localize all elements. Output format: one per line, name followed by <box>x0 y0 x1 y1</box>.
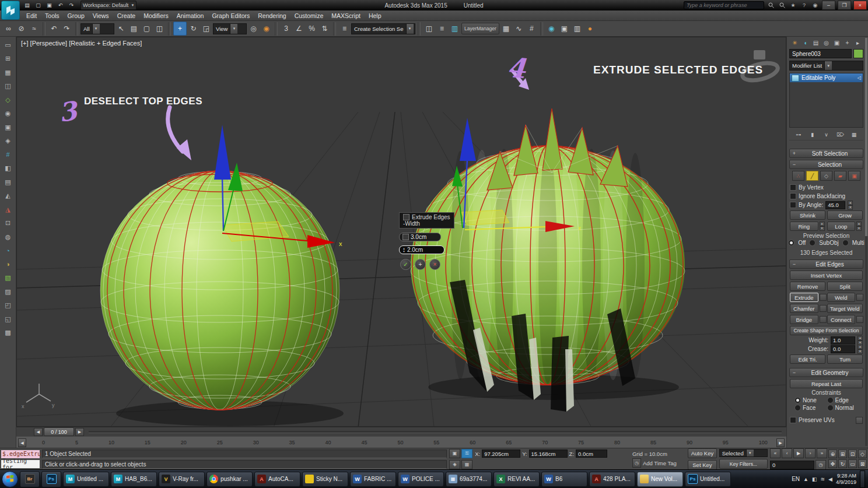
use-pivot-center-icon[interactable]: ◎ <box>247 22 260 35</box>
taskbar-window-button[interactable]: Ps Untitled... <box>685 472 731 487</box>
grow-button[interactable]: Grow <box>827 210 863 220</box>
preview-subobj-radio[interactable] <box>809 240 816 246</box>
spinner-arrows-icon[interactable]: ▲▼ <box>402 247 405 253</box>
left-toolbar-icon[interactable]: ▣ <box>3 122 13 132</box>
connect-settings-icon[interactable] <box>856 316 863 323</box>
border-subobject-icon[interactable]: ◇ <box>820 171 832 181</box>
previous-frame-icon[interactable]: ◀ <box>34 428 43 436</box>
left-toolbar-icon[interactable]: ◱ <box>3 314 13 324</box>
go-to-start-icon[interactable]: « <box>770 448 780 458</box>
explore-icon[interactable] <box>778 2 786 9</box>
absolute-mode-icon[interactable]: ◈ <box>449 460 460 469</box>
menu-customize[interactable]: Customize <box>290 12 328 20</box>
select-by-name-icon[interactable]: ▤ <box>128 22 140 35</box>
percent-snap-icon[interactable]: % <box>306 22 318 35</box>
reference-coordinate-dropdown[interactable]: View ▼ <box>213 23 247 34</box>
stack-item-editable-poly[interactable]: Editable Poly ◁ <box>790 73 863 82</box>
left-toolbar-icon[interactable]: ▨ <box>3 287 13 296</box>
modifier-stack[interactable]: Editable Poly ◁ <box>789 73 863 128</box>
listener-macro-line[interactable]: $.edgeExtru <box>1 450 40 458</box>
perspective-viewport[interactable]: x <box>16 37 786 427</box>
unlink-selection-icon[interactable]: ⊘ <box>15 22 27 35</box>
edge-subobject-icon[interactable]: ╱ <box>806 171 818 181</box>
z-coordinate-field[interactable]: 0.0cm <box>576 450 607 458</box>
play-icon[interactable]: ▶ <box>793 448 804 458</box>
y-coordinate-field[interactable]: 15.168cm <box>529 450 568 458</box>
viewport-label[interactable]: [+] [Perspective] [Realistic + Edged Fac… <box>21 40 142 47</box>
left-toolbar-icon[interactable]: ▩ <box>3 328 13 338</box>
ring-button[interactable]: Ring <box>790 222 818 231</box>
menu-group[interactable]: Group <box>64 12 89 20</box>
graphite-ribbon-icon[interactable]: ▦ <box>500 22 512 35</box>
maximize-viewport-icon[interactable]: ⊠ <box>858 459 867 468</box>
angle-snap-icon[interactable]: ∠ <box>293 22 305 35</box>
spinner-snap-icon[interactable]: ⇅ <box>318 22 331 35</box>
constraint-none-radio[interactable] <box>794 397 801 403</box>
pin-stack-icon[interactable]: ⊶ <box>794 131 803 138</box>
by-angle-checkbox[interactable] <box>790 202 796 208</box>
new-scene-icon[interactable]: ▤ <box>22 1 32 9</box>
select-and-manipulate-icon[interactable]: ◉ <box>260 22 272 35</box>
select-and-rotate-icon[interactable]: ↻ <box>187 22 200 35</box>
tab-motion[interactable]: ◎ <box>822 39 831 47</box>
render-setup-icon[interactable]: ▣ <box>558 22 570 35</box>
menu-graph-editors[interactable]: Graph Editors <box>208 12 254 20</box>
left-toolbar-icon[interactable]: ◧ <box>3 164 13 173</box>
align-icon[interactable]: ≡ <box>436 22 448 35</box>
spinner-arrows-icon[interactable]: ▲▼ <box>848 201 853 210</box>
time-slider-track[interactable] <box>89 431 782 433</box>
named-selection-dropdown[interactable]: Create Selection Se ▼ <box>351 23 415 34</box>
undo-icon[interactable]: ↶ <box>48 22 60 35</box>
current-frame-field[interactable]: 0 <box>770 461 814 469</box>
field-of-view-icon[interactable]: ◇ <box>858 450 867 458</box>
element-subobject-icon[interactable]: ▣ <box>848 171 860 181</box>
left-toolbar-icon[interactable]: ◰ <box>3 301 13 310</box>
preview-off-radio[interactable] <box>788 240 794 246</box>
redo-icon[interactable]: ↷ <box>66 1 76 9</box>
zoom-icon[interactable]: ⊕ <box>828 450 837 458</box>
layer-manager-button[interactable]: LayerManager <box>461 23 499 34</box>
menu-create[interactable]: Create <box>113 12 140 20</box>
repeat-last-button[interactable]: Repeat Last <box>790 379 863 388</box>
weld-button[interactable]: Weld <box>827 293 856 302</box>
bridge-button[interactable]: Bridge <box>790 315 818 324</box>
close-button[interactable]: × <box>853 1 867 10</box>
volume-icon[interactable]: ◀ <box>828 476 832 482</box>
time-configuration-icon[interactable]: ◷ <box>816 460 826 470</box>
extrude-button[interactable]: Extrude <box>790 293 818 302</box>
bridge-settings-icon[interactable] <box>820 316 827 323</box>
tab-hierarchy[interactable]: ▤ <box>811 39 820 47</box>
menu-maxscript[interactable]: MAXScript <box>327 12 365 20</box>
constraint-edge-radio[interactable] <box>827 397 834 403</box>
left-toolbar-icon[interactable]: ◮ <box>3 205 13 214</box>
remove-button[interactable]: Remove <box>790 282 825 291</box>
workspace-dropdown[interactable]: Workspace: Default ▼ <box>80 1 136 10</box>
insert-vertex-button[interactable]: Insert Vertex <box>790 271 863 280</box>
selection-set-keying-dropdown[interactable]: Selected ▼ <box>719 449 768 457</box>
caddy-cancel-button[interactable]: × <box>429 259 440 270</box>
taskbar-window-button[interactable]: W POLICE ... <box>398 472 444 487</box>
auto-key-button[interactable]: Auto Key <box>688 448 717 458</box>
object-name-field[interactable]: Sphere003 <box>789 49 852 58</box>
chamfer-settings-icon[interactable] <box>820 305 827 312</box>
turn-button[interactable]: Turn <box>827 354 863 364</box>
taskbar-window-button[interactable]: M HAB_B6... <box>111 472 157 487</box>
redo-icon[interactable]: ↷ <box>61 22 73 35</box>
extrude-height-field[interactable]: 3.0cm <box>399 233 441 241</box>
start-button[interactable] <box>2 471 18 487</box>
search-input[interactable] <box>684 1 764 9</box>
by-vertex-checkbox[interactable] <box>790 184 796 191</box>
taskbar-bridge-button[interactable]: Br <box>20 471 40 487</box>
rendered-frame-icon[interactable]: ▥ <box>571 22 583 35</box>
open-file-icon[interactable]: ▢ <box>33 1 43 9</box>
left-toolbar-icon[interactable]: ◇ <box>3 95 13 104</box>
show-desktop-button[interactable] <box>860 471 865 488</box>
rollout-selection[interactable]: − Selection <box>789 160 863 169</box>
selection-lock-icon[interactable]: ⚿ <box>461 449 473 458</box>
preview-multi-radio[interactable] <box>842 240 849 246</box>
tab-modify[interactable]: ◖ <box>801 39 810 47</box>
taskbar-window-button[interactable]: ▦ 69a3774... <box>446 472 492 487</box>
taskbar-window-button[interactable]: M Untitled ... <box>63 472 109 487</box>
by-angle-field[interactable]: 45.0 <box>825 201 845 209</box>
menu-edit[interactable]: Edit <box>22 12 41 20</box>
